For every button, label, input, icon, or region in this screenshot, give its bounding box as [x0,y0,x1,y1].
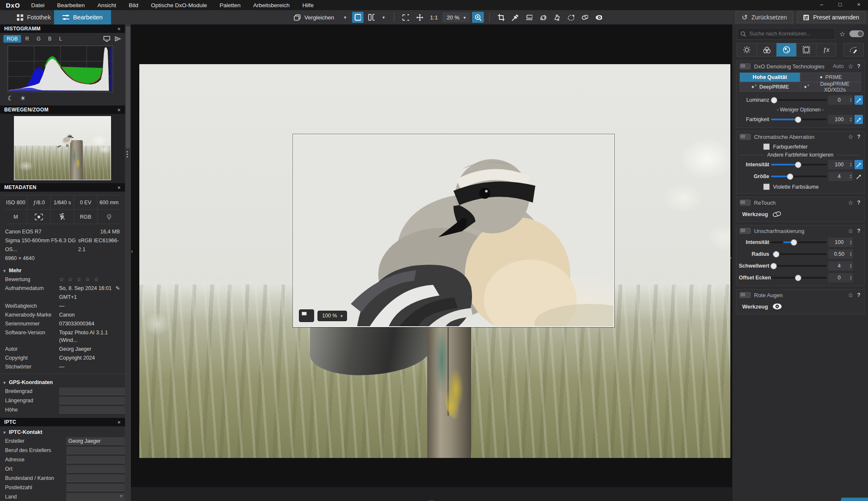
usm-intensity-value-box[interactable]: 100▴▾ [828,238,853,247]
longitude-input[interactable] [59,397,125,404]
favorite-star-icon[interactable]: ☆ [848,227,853,234]
category-geometry-icon[interactable] [796,43,816,57]
apply-preset-button[interactable]: Preset anwenden [797,11,865,23]
usm-enable-toggle[interactable] [740,228,751,234]
magic-wand-button[interactable] [854,172,863,181]
favorite-star-icon[interactable]: ☆ [848,63,853,70]
loupe-zoom-select[interactable]: 100 % ▾ [317,311,347,321]
less-options-link[interactable]: - Weniger Optionen - [736,106,864,114]
loupe-mode-button[interactable] [299,309,314,322]
move-zoom-close-icon[interactable]: × [117,107,121,113]
control-point-tool-button[interactable] [537,12,549,23]
retouch-eraser-tool-button[interactable] [579,12,591,23]
menu-datei[interactable]: Datei [31,2,45,8]
collapse-left-panel-icon[interactable]: ‹ [131,247,133,255]
mode-prime[interactable]: ✦PRIME [800,73,861,82]
lateral-ca-checkbox[interactable] [763,144,770,150]
help-icon[interactable]: ? [857,134,861,140]
section-iptc-kontakt[interactable]: ▾ IPTC-Kontakt [0,426,125,436]
left-scrollbar[interactable] [125,24,131,501]
help-icon[interactable]: ? [857,292,861,298]
zoom-loupe-rectangle[interactable]: 100 % ▾ [293,134,614,327]
navigator-thumbnail[interactable] [14,116,111,180]
chrominance-value-box[interactable]: 100▴▾ [828,115,853,124]
collapse-right-panel-icon[interactable]: › [730,254,732,261]
channel-g[interactable]: G [33,35,44,43]
horizon-tool-button[interactable] [523,12,535,23]
red-eye-tool-icon[interactable] [772,303,782,310]
edit-date-icon[interactable]: ✎ [116,284,120,292]
state-input[interactable] [66,474,125,482]
latitude-input[interactable] [59,387,125,395]
favorite-star-icon[interactable]: ☆ [848,292,853,298]
usm-radius-slider[interactable] [771,252,827,257]
sidebar-splitter-grip[interactable] [127,151,128,157]
menu-hilfe[interactable]: Hilfe [302,2,314,8]
iptc-panel-header[interactable]: IPTC × [0,418,125,426]
rating-stars[interactable]: ☆ ☆ ☆ ☆ ☆ [59,276,100,283]
ca-size-value-box[interactable]: 4▴▾ [828,172,853,181]
crop-tool-button[interactable] [495,12,507,23]
retouch-eraser-icon[interactable] [772,211,781,217]
red-eye-tool-button[interactable] [593,12,605,23]
zoom-in-button[interactable] [472,12,484,23]
help-icon[interactable]: ? [857,200,861,206]
menu-paletten[interactable]: Paletten [220,2,241,8]
histogram-panel-header[interactable]: HISTOGRAMM × [0,24,125,33]
pan-tool-button[interactable] [414,12,426,23]
active-corrections-toggle[interactable] [849,30,864,37]
magic-wand-button[interactable] [854,115,863,124]
auto-mask-tool-button[interactable] [565,12,577,23]
ca-size-slider[interactable] [771,174,827,179]
image-canvas[interactable]: 100 % ▾ … ‹ › [131,24,732,501]
soft-proof-icon[interactable] [114,36,122,42]
help-icon[interactable]: ? [857,228,861,234]
single-view-button[interactable] [352,12,363,23]
luminance-value-box[interactable]: 0▴▾ [828,95,853,105]
red-eye-enable-toggle[interactable] [740,292,751,298]
channel-rgb[interactable]: RGB [3,35,21,43]
color-picker-tool-button[interactable] [509,12,521,23]
usm-corner-offset-slider[interactable] [771,275,827,280]
tab-bearbeiten[interactable]: Bearbeiten [54,10,111,24]
magic-wand-button[interactable] [854,160,863,169]
shadow-clipping-icon[interactable]: ☾ [8,95,13,102]
menu-optische-module[interactable]: Optische DxO-Module [151,2,207,8]
split-view-button[interactable] [366,12,377,23]
ca-intensity-value-box[interactable]: 100▴▾ [828,160,853,169]
mode-deepprime-xd[interactable]: ✦✦DeepPRIME XD/XD2s [800,82,861,92]
menu-ansicht[interactable]: Ansicht [98,2,116,8]
move-zoom-panel-header[interactable]: BEWEGEN/ZOOM × [0,106,125,114]
postal-code-input[interactable] [66,484,125,491]
menu-bild[interactable]: Bild [129,2,138,8]
control-line-tool-button[interactable] [551,12,563,23]
channel-r[interactable]: R [22,35,33,43]
channel-b[interactable]: B [45,35,55,43]
category-light-icon[interactable] [737,43,757,57]
zoom-level-select[interactable]: 20 % ▾ [442,12,470,22]
highlight-clipping-icon[interactable]: ☀ [20,95,25,102]
chrominance-slider[interactable] [771,117,827,122]
tab-fotothek[interactable]: Fotothek [8,10,59,24]
usm-threshold-value-box[interactable]: 4▴▾ [828,261,853,271]
metadata-panel-header[interactable]: METADATEN × [0,183,125,192]
scroll-down-arrow-icon[interactable]: ▼ [119,494,123,498]
ca-enable-toggle[interactable] [740,134,751,140]
category-detail-icon[interactable] [776,43,797,57]
maximize-button[interactable]: □ [831,0,849,10]
compare-dropdown-arrow[interactable]: ▾ [341,12,350,23]
section-more[interactable]: ▾ Mehr [0,265,125,275]
mode-hohe-qualitaet[interactable]: Hohe Qualität [740,73,800,82]
favorite-star-icon[interactable]: ☆ [848,133,853,140]
metadata-close-icon[interactable]: × [117,184,121,191]
search-input[interactable] [749,30,831,37]
menu-bearbeiten[interactable]: Bearbeiten [57,2,84,8]
category-color-icon[interactable] [757,43,777,57]
altitude-input[interactable] [59,406,125,414]
mode-deepprime[interactable]: ✦✦DeepPRIME [740,82,800,92]
city-input[interactable] [66,465,125,473]
retouch-enable-toggle[interactable] [740,200,751,206]
compare-button[interactable]: Vergleichen [290,12,339,23]
creator-input[interactable] [66,437,125,445]
monitor-icon[interactable] [103,36,110,42]
